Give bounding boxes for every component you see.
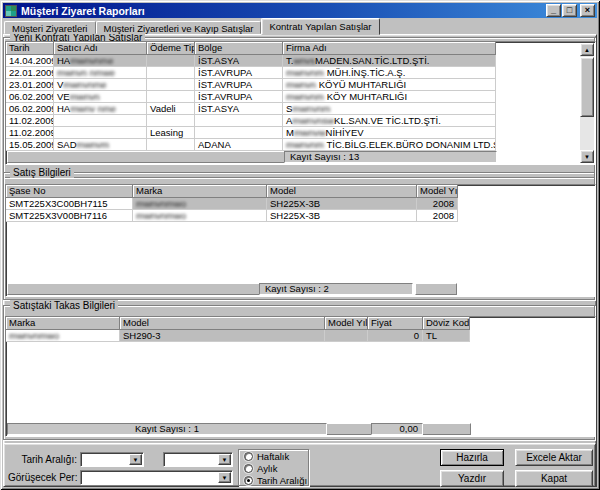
scroll-down-icon[interactable]: ▼: [580, 150, 594, 163]
column-header-2[interactable]: Ödeme Tipi: [147, 42, 195, 55]
column-header-2[interactable]: Model: [267, 185, 417, 198]
chevron-down-icon[interactable]: ▼: [129, 454, 142, 465]
person-combobox[interactable]: ▼: [80, 470, 233, 485]
cell[interactable]: [54, 127, 147, 139]
cell[interactable]: mwnvnmwo: [133, 198, 267, 210]
table-row[interactable]: 15.05.2009 'SADmwnvmADANAmwnvnm TİC.BİLG…: [6, 139, 595, 151]
cell[interactable]: SMT225X3C00BH7115: [6, 198, 133, 210]
cell[interactable]: 0: [368, 330, 423, 342]
column-header-1[interactable]: Marka: [133, 185, 267, 198]
cell[interactable]: mwnvn nmwe: [54, 67, 147, 79]
cell[interactable]: 15.05.2009 ': [6, 139, 54, 151]
cell[interactable]: Vadeli: [147, 103, 195, 115]
radio-option-3[interactable]: Tarih Aralığı: [244, 475, 308, 486]
cell[interactable]: İST.AVRUPA: [195, 79, 283, 91]
cell[interactable]: mwnvnm KÖY MUHTARLIĞI: [283, 91, 496, 103]
scroll-up-icon[interactable]: ▲: [580, 43, 594, 56]
close-icon[interactable]: ×: [580, 4, 595, 17]
cell[interactable]: mwnvnmwo: [6, 330, 120, 342]
column-header-1[interactable]: Satıcı Adı: [54, 42, 147, 55]
column-header-3[interactable]: Bölge: [195, 42, 283, 55]
cell[interactable]: TL: [423, 330, 470, 342]
column-header-0[interactable]: Marka: [6, 317, 120, 330]
cell[interactable]: HAmwnvnme: [54, 55, 147, 67]
cell[interactable]: İST.AVRUPA: [195, 91, 283, 103]
sales-contracts-table[interactable]: ▲ ▼ TarihSatıcı AdıÖdeme TipiBölgeFirma …: [5, 41, 596, 165]
column-header-0[interactable]: Tarih: [6, 42, 54, 55]
cell[interactable]: [195, 115, 283, 127]
cell[interactable]: mwnvnm TİC.BİLG.ELEK.BÜRO DONANIM LTD.ŞT…: [283, 139, 496, 151]
radio-option-2[interactable]: Aylık: [244, 463, 308, 474]
vertical-scrollbar[interactable]: ▲ ▼: [580, 43, 594, 163]
column-header-4[interactable]: Döviz Kodu: [423, 317, 470, 330]
cell[interactable]: 22.01.2009 ': [6, 67, 54, 79]
cell[interactable]: mwnvnm MÜH.İNŞ.TİC.A.Ş.: [283, 67, 496, 79]
cell[interactable]: İST.AVRUPA: [195, 67, 283, 79]
radio-option-1[interactable]: Haftalık: [244, 451, 308, 462]
date-start-combobox[interactable]: ▼: [80, 452, 144, 467]
tab-3[interactable]: Kontratı Yapılan Satışlar: [261, 18, 379, 35]
cell[interactable]: AmwnvnswKL.SAN.VE TİC.LTD.ŞTİ.: [283, 115, 496, 127]
cell[interactable]: [195, 127, 283, 139]
cell[interactable]: mwnvnmwo: [133, 210, 267, 222]
radio-icon[interactable]: [244, 452, 253, 461]
cell[interactable]: [147, 139, 195, 151]
table-row[interactable]: 14.04.2009 'HAmwnvnmeİST.ASYAT.wnvsMADEN…: [6, 55, 595, 67]
cell[interactable]: [325, 330, 368, 342]
tab-2[interactable]: Müşteri Ziyaretleri ve Kayıp Satışlar: [96, 21, 262, 34]
cell[interactable]: [147, 91, 195, 103]
trade-in-table[interactable]: MarkaModelModel YılıFiyatDöviz Kodumwnvn…: [5, 316, 596, 437]
restore-button[interactable]: □: [562, 4, 577, 17]
cell[interactable]: SMT225X3V00BH7116: [6, 210, 133, 222]
cell[interactable]: 14.04.2009 ': [6, 55, 54, 67]
cell[interactable]: SADmwnvm: [54, 139, 147, 151]
column-header-0[interactable]: Şase No: [6, 185, 133, 198]
table-row[interactable]: mwnvnmwoSH290-30TL: [6, 330, 595, 342]
table-row[interactable]: SMT225X3V00BH7116mwnvnmwoSH225X-3B2008: [6, 210, 595, 222]
export-excel-button[interactable]: Excele Aktar: [515, 449, 593, 466]
cell[interactable]: [147, 79, 195, 91]
chevron-down-icon[interactable]: ▼: [218, 472, 231, 483]
tab-1[interactable]: Müşteri Ziyaretleri: [4, 21, 96, 34]
chevron-down-icon[interactable]: ▼: [218, 454, 231, 465]
minimize-button[interactable]: _: [546, 4, 561, 17]
cell[interactable]: MmwnvwNİHİYEV: [283, 127, 496, 139]
sale-details-table[interactable]: Şase NoMarkaModelModel YılıSMT225X3C00BH…: [5, 184, 596, 297]
table-row[interactable]: 23.01.2009 'VmwnvnmeİST.AVRUPAmwnvn KÖYÜ…: [6, 79, 595, 91]
cell[interactable]: [54, 115, 147, 127]
close-button[interactable]: Kapat: [515, 470, 593, 487]
cell[interactable]: SH225X-3B: [267, 198, 417, 210]
cell[interactable]: 23.01.2009 ': [6, 79, 54, 91]
cell[interactable]: 2008: [417, 210, 458, 222]
radio-icon[interactable]: [244, 464, 253, 473]
column-header-4[interactable]: Firma Adı: [283, 42, 496, 55]
column-header-2[interactable]: Model Yılı: [325, 317, 368, 330]
cell[interactable]: 06.02.2009 ': [6, 91, 54, 103]
cell[interactable]: 2008: [417, 198, 458, 210]
cell[interactable]: mwnvn KÖYÜ MUHTARLIĞI: [283, 79, 496, 91]
column-header-1[interactable]: Model: [120, 317, 325, 330]
cell[interactable]: VEmwnvn: [54, 91, 147, 103]
cell[interactable]: 11.02.2009 ': [6, 115, 54, 127]
table-row[interactable]: 06.02.2009 'VEmwnvnİST.AVRUPAmwnvnm KÖY …: [6, 91, 595, 103]
date-end-combobox[interactable]: ▼: [163, 452, 233, 467]
cell[interactable]: Leasing: [147, 127, 195, 139]
print-button[interactable]: Yazdır: [440, 470, 504, 487]
cell[interactable]: SH225X-3B: [267, 210, 417, 222]
cell[interactable]: HAmwnv nme: [54, 103, 147, 115]
cell[interactable]: [147, 55, 195, 67]
table-row[interactable]: 22.01.2009 'mwnvn nmweİST.AVRUPAmwnvnm M…: [6, 67, 595, 79]
cell[interactable]: [147, 67, 195, 79]
cell[interactable]: [147, 115, 195, 127]
cell[interactable]: 11.02.2009 ': [6, 127, 54, 139]
cell[interactable]: ADANA: [195, 139, 283, 151]
table-row[interactable]: 11.02.2009 'AmwnvnswKL.SAN.VE TİC.LTD.ŞT…: [6, 115, 595, 127]
table-row[interactable]: SMT225X3C00BH7115mwnvnmwoSH225X-3B2008: [6, 198, 595, 210]
radio-icon[interactable]: [244, 476, 253, 485]
cell[interactable]: 06.02.2009 ': [6, 103, 54, 115]
title-bar[interactable]: Müşteri Ziyaret Raporları _ □ ×: [3, 3, 597, 18]
column-header-3[interactable]: Fiyat: [368, 317, 423, 330]
scrollbar-thumb[interactable]: [580, 57, 594, 117]
cell[interactable]: İST.ASYA: [195, 55, 283, 67]
cell[interactable]: T.wnvsMADEN.SAN.TİC.LTD.ŞTİ.: [283, 55, 496, 67]
